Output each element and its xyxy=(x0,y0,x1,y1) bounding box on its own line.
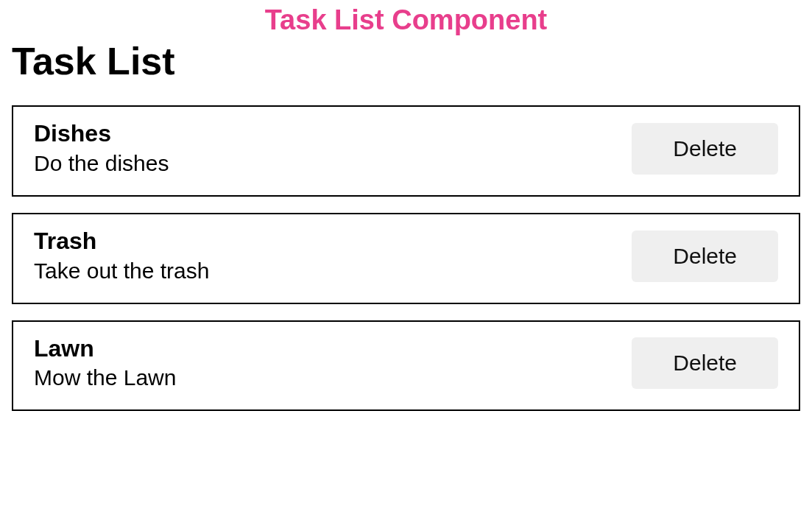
task-title: Lawn xyxy=(34,335,176,362)
section-title: Task List xyxy=(12,39,812,83)
task-title: Trash xyxy=(34,228,209,255)
task-text: Lawn Mow the Lawn xyxy=(34,335,176,393)
task-card: Trash Take out the trash Delete xyxy=(12,213,800,304)
task-card: Dishes Do the dishes Delete xyxy=(12,105,800,197)
task-card: Lawn Mow the Lawn Delete xyxy=(12,320,800,412)
task-description: Mow the Lawn xyxy=(34,363,176,392)
delete-button[interactable]: Delete xyxy=(632,123,778,175)
task-list: Dishes Do the dishes Delete Trash Take o… xyxy=(0,105,812,411)
task-description: Do the dishes xyxy=(34,149,169,177)
task-title: Dishes xyxy=(34,120,169,147)
delete-button[interactable]: Delete xyxy=(632,337,778,389)
page-title: Task List Component xyxy=(0,4,812,36)
task-description: Take out the trash xyxy=(34,256,209,285)
task-text: Dishes Do the dishes xyxy=(34,120,169,177)
delete-button[interactable]: Delete xyxy=(632,231,778,282)
task-text: Trash Take out the trash xyxy=(34,228,209,285)
